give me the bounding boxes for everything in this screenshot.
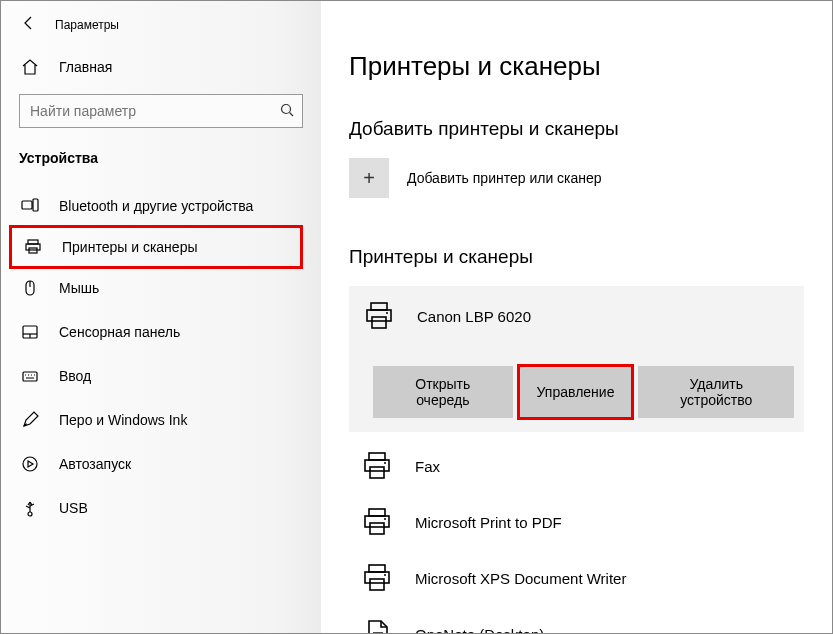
svg-rect-27 [370,467,384,478]
remove-device-button[interactable]: Удалить устройство [638,366,794,418]
autoplay-icon [21,455,41,473]
svg-point-36 [384,574,386,576]
titlebar: Параметры [1,9,321,48]
list-heading: Принтеры и сканеры [349,246,804,268]
svg-point-19 [28,512,32,516]
sidebar-item-touchpad[interactable]: Сенсорная панель [1,310,321,354]
svg-rect-25 [369,453,385,460]
printer-icon [357,446,397,486]
svg-rect-23 [372,317,386,328]
sidebar-item-label: Ввод [59,368,91,384]
usb-icon [21,499,41,517]
printer-icon [357,558,397,598]
touchpad-icon [21,323,41,341]
sidebar-item-label: Автозапуск [59,456,131,472]
printer-name: Fax [415,458,440,475]
svg-point-28 [384,462,386,464]
svg-rect-31 [370,523,384,534]
printer-actions: Открыть очередь Управление Удалить устро… [359,366,794,418]
printer-list: Canon LBP 6020 Открыть очередь Управлени… [349,286,804,633]
sidebar-item-label: Мышь [59,280,99,296]
sidebar-item-bluetooth[interactable]: Bluetooth и другие устройства [1,184,321,228]
sidebar-item-usb[interactable]: USB [1,486,321,530]
printer-item[interactable]: Microsoft XPS Document Writer [349,550,804,606]
plus-icon: + [349,158,389,198]
sidebar-nav: Bluetooth и другие устройства Принтеры и… [1,176,321,530]
main-pane: Принтеры и сканеры Добавить принтеры и с… [321,1,832,633]
printer-item[interactable]: OneNote (Desktop) [349,606,804,633]
svg-point-24 [386,312,388,314]
pen-icon [21,411,41,429]
printer-name: Canon LBP 6020 [417,308,531,325]
search-wrap [1,86,321,142]
page-title: Принтеры и сканеры [349,51,804,82]
svg-rect-21 [371,303,387,310]
sidebar-item-label: USB [59,500,88,516]
sidebar-item-typing[interactable]: Ввод [1,354,321,398]
home-icon [21,58,41,76]
search-icon [280,103,294,120]
sidebar-home[interactable]: Главная [1,48,321,86]
printer-name: Microsoft XPS Document Writer [415,570,626,587]
svg-rect-5 [26,244,40,250]
sidebar-item-printers[interactable]: Принтеры и сканеры [9,225,303,269]
printer-name: OneNote (Desktop) [415,626,544,634]
sidebar: Параметры Главная Устройства Bluetoo [1,1,321,633]
svg-point-0 [282,104,291,113]
printer-item[interactable]: Fax [349,438,804,494]
sidebar-item-label: Перо и Windows Ink [59,412,187,428]
svg-rect-22 [367,310,391,321]
add-printer-button[interactable]: + Добавить принтер или сканер [349,158,804,198]
document-icon [357,614,397,633]
printer-item-selected[interactable]: Canon LBP 6020 Открыть очередь Управлени… [349,286,804,432]
svg-rect-26 [365,460,389,471]
sidebar-home-label: Главная [59,59,112,75]
svg-rect-2 [22,201,32,209]
sidebar-section-heading: Устройства [1,142,321,176]
back-icon[interactable] [21,15,37,34]
svg-rect-33 [369,565,385,572]
svg-rect-34 [365,572,389,583]
svg-rect-12 [23,372,37,381]
svg-rect-35 [370,579,384,590]
printer-icon [357,502,397,542]
svg-rect-4 [28,240,38,244]
add-heading: Добавить принтеры и сканеры [349,118,804,140]
svg-rect-29 [369,509,385,516]
svg-point-18 [23,457,37,471]
settings-window: Параметры Главная Устройства Bluetoo [1,1,832,633]
svg-rect-3 [33,199,38,211]
sidebar-item-mouse[interactable]: Мышь [1,266,321,310]
sidebar-item-label: Bluetooth и другие устройства [59,198,253,214]
manage-button[interactable]: Управление [519,366,633,418]
printer-icon [359,296,399,336]
sidebar-item-pen[interactable]: Перо и Windows Ink [1,398,321,442]
printer-item[interactable]: Microsoft Print to PDF [349,494,804,550]
sidebar-item-autoplay[interactable]: Автозапуск [1,442,321,486]
svg-point-32 [384,518,386,520]
window-title: Параметры [55,18,119,32]
search-field[interactable] [30,103,280,119]
printer-icon [24,238,44,256]
search-input[interactable] [19,94,303,128]
printer-name: Microsoft Print to PDF [415,514,562,531]
svg-line-1 [290,112,294,116]
sidebar-item-label: Принтеры и сканеры [62,239,197,255]
add-printer-label: Добавить принтер или сканер [407,170,602,186]
mouse-icon [21,279,41,297]
sidebar-item-label: Сенсорная панель [59,324,180,340]
svg-rect-30 [365,516,389,527]
devices-icon [21,197,41,215]
keyboard-icon [21,367,41,385]
open-queue-button[interactable]: Открыть очередь [373,366,513,418]
